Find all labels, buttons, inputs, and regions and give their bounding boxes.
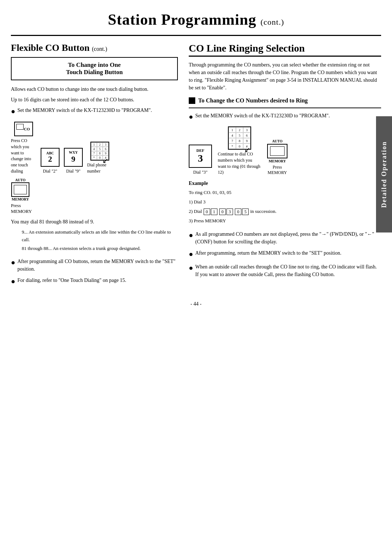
page-header: Station Programming (cont.) xyxy=(0,11,392,28)
sub-heading-rect xyxy=(189,97,195,104)
bullet-text-1: Set the MEMORY switch of the KX-T123230D… xyxy=(17,106,178,114)
cell-2: 2 xyxy=(97,142,103,147)
auto-memory-button: AUTO MEMORY xyxy=(11,178,30,201)
r-cell-3: 3 xyxy=(243,127,250,133)
left-section-title: Flexible CO Button xyxy=(11,43,90,53)
memory-box xyxy=(11,182,29,197)
page-number: - 44 - xyxy=(0,301,392,307)
sub-heading-bar: To Change the CO Numbers desired to Ring xyxy=(189,97,381,104)
abc2-button-diagram: ABC 2 Dial "2" xyxy=(41,148,60,174)
cell-9: 9 xyxy=(103,151,109,155)
r-cell-9: 9 xyxy=(243,138,250,143)
r-cell-8: 8 xyxy=(236,138,243,143)
title-text: Station Programming xyxy=(108,11,256,28)
right-bullet-2: ● As all programmed CO numbers are not d… xyxy=(189,230,381,246)
left-column: Flexible CO Button (cont.) To Change int… xyxy=(11,43,178,290)
bullet-item-3: ● For dialing, refer to "One Touch Diali… xyxy=(11,276,178,287)
bullet-text-2: After programming all CO buttons, return… xyxy=(17,258,178,273)
right-bullet-dot-4: ● xyxy=(189,262,195,273)
right-press-memory: PressMEMORY xyxy=(268,165,287,175)
bullet-item-1: ● Set the MEMORY switch of the KX-T12323… xyxy=(11,106,178,117)
right-grid-wrap: 1 2 3 4 5 6 7 8 9 * 0 # xyxy=(228,126,251,150)
page-title: Station Programming (cont.) xyxy=(15,11,377,28)
dial2-caption: Dial "2" xyxy=(43,168,57,174)
digit-0: 0 xyxy=(204,209,210,215)
right-bullet-text-3: After programming, return the MEMORY swi… xyxy=(195,249,381,257)
r-cell-2: 2 xyxy=(236,127,243,133)
bullet-text-3: For dialing, refer to "One Touch Dialing… xyxy=(17,276,178,284)
list-item-1: 9... An extension automatically selects … xyxy=(18,229,178,244)
boxed-title-line1: To Change into One xyxy=(68,61,121,68)
bullet-dot-1: ● xyxy=(11,106,17,117)
right-bullet-text-4: When an outside call reaches through the… xyxy=(195,263,381,278)
def3-button: DEF 3 xyxy=(189,145,212,168)
continue-dial-caption: Continue to dial CO numbers which you wa… xyxy=(218,151,261,175)
cell-0: 0 xyxy=(97,155,103,160)
example-title: Example xyxy=(189,181,381,186)
main-content: Flexible CO Button (cont.) To Change int… xyxy=(0,43,392,290)
memory-label: MEMORY xyxy=(12,197,29,201)
page-container: Station Programming (cont.) Flexible CO … xyxy=(0,0,392,550)
boxed-title-line2: Touch Dialing Button xyxy=(66,69,123,76)
co-button-diagram: CO Press CO which you want to change int… xyxy=(11,122,36,174)
r-cell-7: 7 xyxy=(229,138,236,143)
right-button-row: DEF 3 Dial "3" 1 2 3 4 5 6 xyxy=(189,126,381,175)
indented-list: 9... An extension automatically selects … xyxy=(18,229,178,252)
right-bullet-text-1: Set the MEMORY switch of the KX-T123230D… xyxy=(195,112,381,120)
right-grid-button-diagram: 1 2 3 4 5 6 7 8 9 * 0 # xyxy=(218,126,261,175)
digit-0c: 0 xyxy=(235,209,241,215)
grid-number-button-diagram: 1 2 3 4 5 6 7 8 9 * 0 # xyxy=(87,142,113,174)
r-cell-5: 5 xyxy=(236,133,243,138)
digit-3: 3 xyxy=(226,209,233,215)
button-row-1: CO Press CO which you want to change int… xyxy=(11,122,178,174)
left-section-heading: Flexible CO Button (cont.) xyxy=(11,43,178,53)
right-memory-box xyxy=(267,144,287,158)
digit-1: 1 xyxy=(211,209,217,215)
def3-button-diagram: DEF 3 Dial "3" xyxy=(189,145,212,175)
title-cont: (cont.) xyxy=(261,17,284,27)
example-body: To ring CO. 01, 03, 05 1) Dial 3 2) Dial… xyxy=(189,189,381,225)
right-bullet-dot-1: ● xyxy=(189,111,195,122)
step2-suffix: in succession. xyxy=(250,209,276,214)
right-bullet-4: ● When an outside call reaches through t… xyxy=(189,263,381,278)
bullet-dot-3: ● xyxy=(11,276,17,287)
dial9-caption: Dial "9" xyxy=(66,168,80,174)
right-bullet-3: ● After programming, return the MEMORY s… xyxy=(189,249,381,259)
cell-7: 7 xyxy=(91,151,97,155)
dial3-caption: Dial "3" xyxy=(193,169,207,175)
co-button: CO xyxy=(14,122,33,136)
curly-arrow: ↙ xyxy=(102,156,109,165)
boxed-title: To Change into One Touch Dialing Button xyxy=(11,57,178,80)
right-auto-label: AUTO xyxy=(272,139,283,143)
right-section-title: CO Line Ringing Selection xyxy=(189,43,381,57)
example-step3: 3) Press MEMORY xyxy=(189,217,381,225)
dialphone-caption: Dial phone number xyxy=(87,162,113,174)
list-item-2-text: 81 through 88... An extension selects a … xyxy=(22,246,140,251)
cell-5: 5 xyxy=(97,147,103,151)
example-section: Example To ring CO. 01, 03, 05 1) Dial 3… xyxy=(189,181,381,225)
intro-text2: Up to 16 digits can be stored into each … xyxy=(11,96,178,104)
cell-star: * xyxy=(91,155,97,160)
left-section-cont: (cont.) xyxy=(92,46,107,52)
sub-heading-text: To Change the CO Numbers desired to Ring xyxy=(198,97,308,104)
wxy-number: 9 xyxy=(72,154,75,164)
right-bullet-1: ● Set the MEMORY switch of the KX-T12323… xyxy=(189,112,381,122)
right-memory-button: AUTO MEMORY PressMEMORY xyxy=(267,139,287,175)
cell-8: 8 xyxy=(97,151,103,155)
r-cell-0: 0 xyxy=(236,143,243,149)
r-cell-6: 6 xyxy=(243,133,250,138)
intro-text1: Allows each CO button to change into the… xyxy=(11,85,178,93)
memory-button-row: AUTO MEMORY PressMEMORY xyxy=(11,178,178,214)
abc-number: 2 xyxy=(48,155,52,163)
cell-6: 6 xyxy=(103,147,109,151)
press-memory-label: PressMEMORY xyxy=(11,203,178,214)
bullet-dot-2: ● xyxy=(11,257,17,268)
wxy-letters: WXY xyxy=(69,150,78,154)
r-cell-1: 1 xyxy=(229,127,236,133)
sidebar-label: Detailed Operation xyxy=(380,141,388,207)
cell-4: 4 xyxy=(91,147,97,151)
r-cell-4: 4 xyxy=(229,133,236,138)
list-item-1-text: 9... An extension automatically selects … xyxy=(22,229,171,242)
def-number: 3 xyxy=(198,153,203,164)
r-cell-star: * xyxy=(229,143,236,149)
